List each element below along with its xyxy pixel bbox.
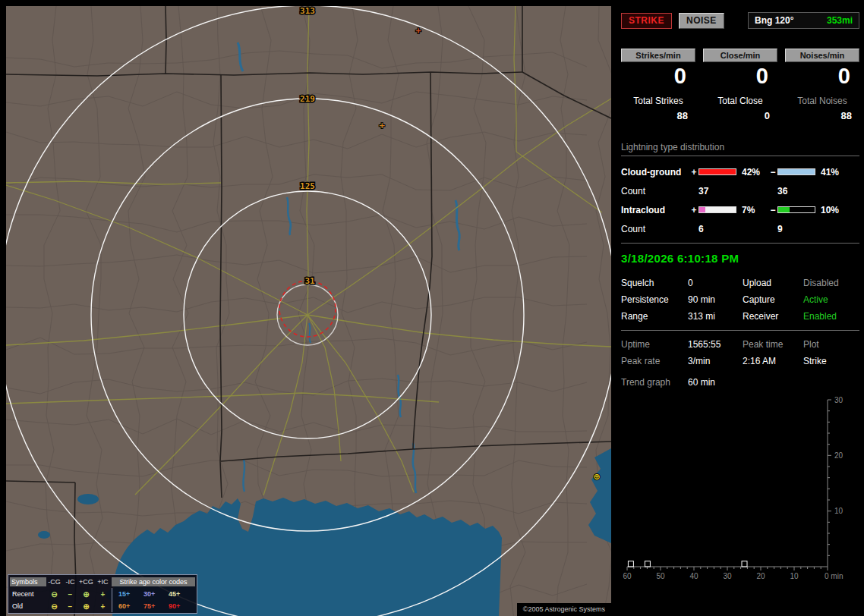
legend-col-header-pos-cg: +CG: [78, 578, 94, 586]
age-90: 90+: [169, 602, 194, 610]
neg-ic-old-icon: −: [62, 602, 78, 611]
close-column: Close/min 0 Total Close 0: [703, 49, 777, 121]
peak-time-label: Peak time: [743, 339, 803, 350]
intracloud-plus-bar: [698, 206, 736, 213]
svg-text:0 min: 0 min: [825, 572, 843, 580]
total-noises-value: 88: [785, 110, 859, 121]
strike-marker: +: [415, 26, 421, 36]
count-row-cloud-ground: Count 37 36: [621, 185, 859, 196]
intracloud-minus-pct: 10%: [817, 205, 859, 215]
cloud-ground-minus-pct: 41%: [817, 167, 859, 178]
noises-per-min-value: 0: [785, 64, 859, 87]
map-legend: Symbols -CG -IC +CG +IC Strike age color…: [8, 574, 197, 614]
strike-button[interactable]: STRIKE: [621, 13, 672, 29]
svg-text:20: 20: [756, 572, 765, 580]
distribution-row-cloud-ground: Cloud-ground + 42% − 41%: [621, 166, 859, 178]
trend-header: Trend graph 60 min: [621, 377, 859, 388]
plot-value: Strike: [803, 356, 859, 366]
svg-text:30: 30: [723, 572, 732, 580]
neg-cg-recent-icon: ⊖: [46, 590, 62, 599]
lake: [77, 494, 99, 504]
legend-symbols-header: Symbols: [10, 577, 46, 586]
upload-label: Upload: [743, 278, 803, 288]
legend-age-header: Strike age color codes: [112, 577, 195, 586]
receiver-label: Receiver: [743, 311, 803, 322]
legend-age-row-old: 60+ 75+ 90+: [112, 600, 195, 612]
strike-marker: ⊕: [593, 472, 600, 482]
trend-graph-label: Trend graph: [621, 377, 688, 388]
map-panel: 313 219 125 31 + + ⊕ Symbols -CG -IC +CG…: [6, 6, 611, 616]
total-strikes-value: 88: [621, 110, 695, 121]
minus-sign: −: [768, 167, 777, 178]
plus-sign: +: [689, 205, 698, 215]
cloud-ground-plus-count: 37: [698, 186, 738, 196]
peak-rate-label: Peak rate: [621, 356, 688, 366]
age-30: 30+: [143, 590, 169, 598]
capture-status: Active: [803, 294, 859, 305]
lake: [38, 531, 50, 539]
intracloud-minus-count: 9: [777, 224, 817, 234]
pos-ic-old-icon: +: [94, 602, 112, 611]
session-stats: Uptime 1565:55 Peak time Plot Peak rate …: [621, 339, 859, 366]
strikes-column: Strikes/min 0 Total Strikes 88: [621, 49, 695, 121]
map[interactable]: 313 219 125 31 + + ⊕: [6, 6, 611, 616]
close-per-min-value: 0: [703, 64, 777, 87]
total-close-value: 0: [703, 110, 777, 121]
cloud-ground-plus-pct: 42%: [738, 167, 768, 178]
svg-text:20: 20: [834, 451, 844, 460]
app-window: 313 219 125 31 + + ⊕ Symbols -CG -IC +CG…: [0, 0, 864, 616]
svg-text:60: 60: [623, 572, 632, 580]
noises-column: Noises/min 0 Total Noises 88: [785, 49, 859, 121]
legend-old-label: Old: [10, 602, 46, 610]
svg-text:50: 50: [656, 572, 665, 580]
cloud-ground-label: Cloud-ground: [621, 167, 689, 178]
plus-sign: +: [689, 167, 698, 178]
strikes-per-min-label: Strikes/min: [621, 49, 695, 62]
divider: [621, 330, 859, 331]
divider: [621, 243, 859, 244]
age-60: 60+: [118, 602, 143, 610]
count-label: Count: [621, 224, 689, 234]
cloud-ground-plus-bar: [698, 168, 736, 175]
age-75: 75+: [143, 602, 169, 610]
total-strikes-label: Total Strikes: [621, 96, 695, 106]
rate-counters: Strikes/min 0 Total Strikes 88 Close/min…: [621, 49, 859, 121]
ring-label-125: 125: [300, 181, 315, 191]
intracloud-plus-fill: [699, 207, 705, 212]
persistence-label: Persistence: [621, 294, 688, 305]
distribution-title: Lightning type distribution: [621, 142, 859, 156]
noise-button[interactable]: NOISE: [679, 13, 724, 29]
receiver-settings: Squelch 0 Upload Disabled Persistence 90…: [621, 278, 859, 322]
svg-text:10: 10: [790, 572, 799, 580]
minus-sign: −: [768, 205, 777, 215]
count-row-intracloud: Count 6 9: [621, 223, 859, 234]
age-45: 45+: [169, 590, 194, 598]
svg-text:30: 30: [834, 396, 844, 404]
uptime-value: 1565:55: [688, 339, 743, 350]
intracloud-label: Intracloud: [621, 205, 689, 215]
squelch-value: 0: [688, 278, 743, 288]
trend-chart: 3020106050403020100 min: [621, 391, 862, 582]
bearing-value: 353mi: [827, 15, 853, 26]
noises-per-min-label: Noises/min: [785, 49, 859, 62]
legend-col-header-pos-ic: +IC: [94, 578, 112, 586]
upload-status: Disabled: [803, 278, 859, 288]
close-per-min-label: Close/min: [703, 49, 777, 62]
pos-cg-old-icon: ⊕: [78, 602, 94, 611]
peak-rate-value: 3/min: [688, 356, 743, 366]
strike-marker: +: [378, 121, 385, 130]
ring-label-219: 219: [300, 94, 315, 104]
ring-label-313: 313: [300, 6, 315, 16]
ring-label-31: 31: [304, 276, 315, 286]
mode-toolbar: STRIKE NOISE Bng 120° 353mi: [621, 12, 859, 29]
total-close-label: Total Close: [703, 96, 777, 106]
legend-col-header-neg-ic: -IC: [62, 578, 78, 586]
range-value: 313 mi: [688, 311, 743, 322]
sidebar: STRIKE NOISE Bng 120° 353mi Strikes/min …: [616, 0, 864, 616]
peak-time-value: 2:16 AM: [743, 356, 803, 366]
copyright-credit: ©2005 Astrogenic Systems: [517, 603, 611, 616]
neg-ic-recent-icon: −: [62, 590, 78, 599]
plot-label: Plot: [803, 339, 859, 350]
age-15: 15+: [118, 590, 143, 598]
legend-col-header-neg-cg: -CG: [46, 578, 62, 586]
